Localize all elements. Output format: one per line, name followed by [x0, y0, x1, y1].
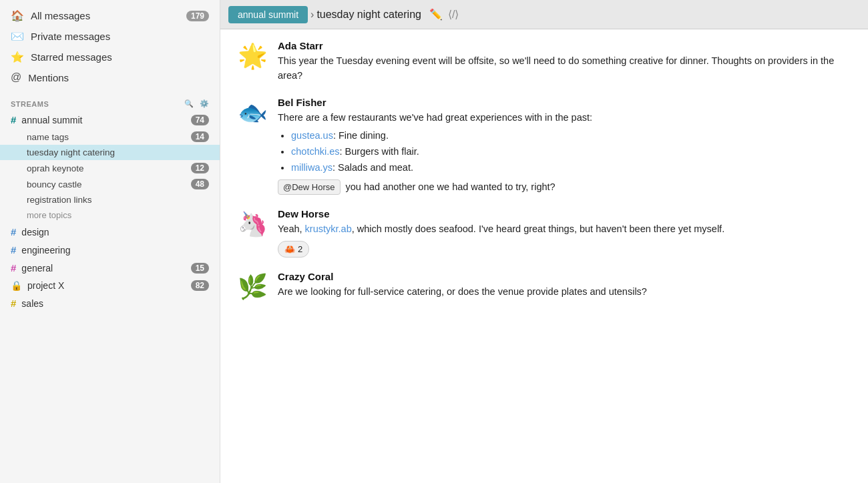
messages-list: 🌟 Ada Starr This year the Tuesday evenin… [220, 29, 868, 483]
list-item-msg-2-2: milliwa.ys: Salads and meat. [291, 161, 852, 175]
search-icon[interactable]: 🔍 [184, 99, 194, 108]
message-author-msg-2: Bel Fisher [278, 97, 852, 108]
avatar-msg-4: 🌿 [236, 271, 268, 303]
topic-badge-oprah-keynote: 12 [191, 163, 209, 173]
message-list-msg-2: gustea.us: Fine dining.chotchki.es: Burg… [291, 129, 852, 175]
streams-header: STREAMS 🔍 ⚙️ [0, 93, 220, 111]
message-text-msg-1: This year the Tuesday evening event will… [278, 54, 852, 83]
stream-badge-annual-summit: 74 [191, 115, 209, 125]
mention-pill-msg-2[interactable]: @Dew Horse [278, 179, 341, 195]
topic-label-bouncy-castle: bouncy castle [27, 179, 82, 189]
streams-list: # annual summit 74name tags 14tuesday ni… [0, 111, 220, 312]
list-link-msg-2-0[interactable]: gustea.us [291, 130, 333, 141]
edit-icon[interactable]: ✏️ [429, 8, 443, 21]
inline-suffix-msg-3: , which mostly does seafood. I've heard … [352, 223, 724, 234]
message-header: annual summit › tuesday night catering ✏… [220, 0, 868, 29]
nav-label-all-messages: All messages [31, 10, 90, 21]
nav-icon-mentions: @ [11, 71, 21, 83]
stream-label-project-x: project X [27, 280, 64, 291]
message-author-msg-4: Crazy Coral [278, 271, 852, 282]
main-content: annual summit › tuesday night catering ✏… [220, 0, 868, 483]
topic-item-bouncy-castle[interactable]: bouncy castle 48 [0, 176, 220, 192]
topic-label-registration-links: registration links [27, 195, 92, 205]
message-body-msg-1: This year the Tuesday evening event will… [278, 55, 834, 81]
topic-badge-bouncy-castle: 48 [191, 179, 209, 189]
stream-item-engineering[interactable]: # engineering [0, 241, 220, 259]
nav-item-all-messages[interactable]: 🏠 All messages 179 [0, 5, 220, 26]
nav-icon-private-messages: ✉️ [11, 30, 24, 43]
stream-hash-sales: # [11, 298, 16, 309]
reaction-msg-3[interactable]: 🦀2 [278, 241, 309, 258]
stream-hash-design: # [11, 226, 16, 237]
stream-label-annual-summit: annual summit [21, 115, 82, 125]
message-body-msg-4: Are we looking for full-service catering… [278, 286, 647, 297]
message-group-msg-1: 🌟 Ada Starr This year the Tuesday evenin… [236, 40, 852, 83]
topic-item-tuesday-night-catering[interactable]: tuesday night catering [0, 145, 220, 160]
message-content-msg-2: Bel Fisher There are a few restaurants w… [278, 97, 852, 195]
topic-item-registration-links[interactable]: registration links [0, 192, 220, 207]
topic-item-name-tags[interactable]: name tags 14 [0, 129, 220, 145]
stream-item-general[interactable]: # general 15 [0, 259, 220, 277]
stream-label-sales: sales [21, 298, 43, 309]
topic-item-oprah-keynote[interactable]: oprah keynote 12 [0, 160, 220, 176]
stream-hash-engineering: # [11, 244, 16, 256]
reaction-count-msg-3: 2 [298, 243, 302, 256]
message-content-msg-4: Crazy Coral Are we looking for full-serv… [278, 271, 852, 300]
avatar-msg-3: 🦄 [236, 208, 268, 240]
mention-suffix-msg-2: you had another one we had wanted to try… [343, 181, 556, 192]
breadcrumb-topic: tuesday night catering [316, 9, 421, 21]
inline-link-msg-3[interactable]: krustykr.ab [305, 223, 352, 234]
message-intro-msg-2: There are a few restaurants we've had gr… [278, 112, 592, 123]
gear-icon[interactable]: ⚙️ [200, 99, 210, 108]
message-group-msg-2: 🐟 Bel Fisher There are a few restaurants… [236, 97, 852, 195]
avatar-msg-2: 🐟 [236, 97, 268, 129]
nav-item-private-messages[interactable]: ✉️ Private messages [0, 26, 220, 47]
topic-label-oprah-keynote: oprah keynote [27, 163, 84, 173]
stream-hash-annual-summit: # [11, 114, 16, 125]
message-author-msg-3: Dew Horse [278, 208, 852, 219]
stream-item-sales[interactable]: # sales [0, 294, 220, 312]
list-link-msg-2-2[interactable]: milliwa.ys [291, 162, 333, 173]
avatar-msg-1: 🌟 [236, 40, 268, 72]
stream-item-design[interactable]: # design [0, 223, 220, 241]
stream-label-design: design [21, 227, 49, 237]
list-link-msg-2-1[interactable]: chotchki.es [291, 146, 340, 157]
streams-label: STREAMS [11, 100, 49, 108]
stream-badge-project-x: 82 [191, 280, 209, 291]
lock-icon-project-x: 🔒 [11, 280, 22, 291]
nav-item-starred-messages[interactable]: ⭐ Starred messages [0, 47, 220, 67]
nav-badge-all-messages: 179 [186, 11, 209, 21]
reaction-emoji-msg-3: 🦀 [284, 243, 295, 256]
message-author-msg-1: Ada Starr [278, 40, 852, 51]
message-content-msg-1: Ada Starr This year the Tuesday evening … [278, 40, 852, 83]
stream-item-project-x[interactable]: 🔒 project X 82 [0, 277, 220, 294]
message-text-msg-2: There are a few restaurants we've had gr… [278, 111, 852, 195]
message-text-msg-4: Are we looking for full-service catering… [278, 285, 852, 300]
code-icon[interactable]: ⟨/⟩ [448, 8, 459, 21]
stream-label-engineering: engineering [21, 245, 70, 256]
nav-label-starred-messages: Starred messages [31, 51, 112, 63]
nav-icon-all-messages: 🏠 [11, 9, 24, 22]
message-group-msg-3: 🦄 Dew Horse Yeah, krustykr.ab, which mos… [236, 208, 852, 258]
topic-label-tuesday-night-catering: tuesday night catering [27, 147, 115, 157]
message-intro-inline-msg-3: Yeah, [278, 223, 305, 234]
streams-header-icons[interactable]: 🔍 ⚙️ [184, 99, 209, 108]
stream-badge-general: 15 [191, 263, 209, 274]
breadcrumb-stream[interactable]: annual summit [228, 6, 308, 23]
sidebar: 🏠 All messages 179✉️ Private messages ⭐ … [0, 0, 220, 483]
stream-label-general: general [21, 263, 53, 274]
nav-icon-starred-messages: ⭐ [11, 51, 24, 63]
nav-label-mentions: Mentions [28, 72, 69, 83]
more-topics-link[interactable]: more topics [0, 207, 220, 223]
list-item-msg-2-0: gustea.us: Fine dining. [291, 129, 852, 143]
nav-item-mentions[interactable]: @ Mentions [0, 67, 220, 87]
topic-label-name-tags: name tags [27, 132, 69, 142]
stream-item-annual-summit[interactable]: # annual summit 74 [0, 111, 220, 129]
message-group-msg-4: 🌿 Crazy Coral Are we looking for full-se… [236, 271, 852, 303]
message-text-msg-3: Yeah, krustykr.ab, which mostly does sea… [278, 222, 852, 258]
breadcrumb-arrow: › [310, 9, 314, 21]
topic-badge-name-tags: 14 [191, 131, 209, 142]
header-actions: ✏️ ⟨/⟩ [429, 8, 459, 21]
list-item-msg-2-1: chotchki.es: Burgers with flair. [291, 145, 852, 159]
stream-hash-general: # [11, 262, 16, 274]
